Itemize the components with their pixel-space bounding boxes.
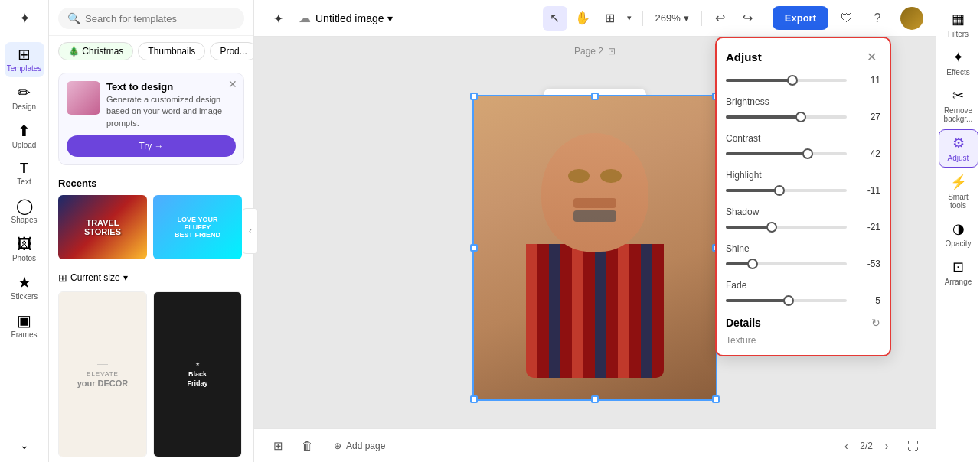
details-refresh-button[interactable]: ↻ xyxy=(871,317,880,329)
slider-thumb-highlight[interactable] xyxy=(774,185,785,196)
adjust-title: Adjust xyxy=(726,50,762,63)
sidebar-item-text[interactable]: T Text xyxy=(5,157,44,190)
texture-label: Texture xyxy=(726,335,880,346)
text-icon: T xyxy=(20,161,28,175)
svg-text:✦: ✦ xyxy=(18,11,30,26)
current-size-section[interactable]: ⊞ Current size ▾ xyxy=(49,265,253,287)
slider-group-shadow: Shadow -21 xyxy=(726,207,880,233)
promo-card-close[interactable]: ✕ xyxy=(228,78,237,90)
slider-fill-contrast xyxy=(726,152,808,155)
page-options-icon[interactable]: ⊡ xyxy=(608,46,616,57)
tag-thumbnails-label: Thumbnails xyxy=(148,46,195,57)
undo-button[interactable]: ↩ xyxy=(708,6,733,31)
recent-thumb-dog[interactable]: LOVE YOURFLUFFYBEST FRIEND xyxy=(153,195,242,259)
user-avatar[interactable] xyxy=(900,7,923,30)
svg-text:✦: ✦ xyxy=(273,12,283,25)
handle-middle-left[interactable] xyxy=(470,244,478,252)
zoom-button[interactable]: 269% ▾ xyxy=(649,9,695,27)
top-toolbar: ✦ ☁ Untitled image ▾ ↖ ✋ ⊞ ▾ 269% ▾ ↩ xyxy=(254,0,936,37)
slider-track-contrast[interactable] xyxy=(726,152,847,155)
toolbar-logo: ✦ xyxy=(266,7,289,30)
sidebar-item-design[interactable]: ✏ Design xyxy=(5,80,44,116)
page-prev-button[interactable]: ‹ xyxy=(837,437,855,455)
slider-thumb-shadow[interactable] xyxy=(766,222,777,233)
slider-thumb-brightness[interactable] xyxy=(795,112,806,122)
add-page-button[interactable]: ⊕ Add page xyxy=(325,437,394,455)
app-logo[interactable]: ✦ xyxy=(12,6,37,33)
slider-thumb-shine[interactable] xyxy=(747,259,758,269)
frame-tool-button[interactable]: ⊞ xyxy=(598,6,622,31)
sidebar-item-photos[interactable]: 🖼 Photos xyxy=(5,232,44,267)
handle-bottom-left[interactable] xyxy=(470,395,478,403)
slider-track-brightness[interactable] xyxy=(726,116,847,119)
recent-thumb-travel[interactable]: TRAVELSTORIES xyxy=(58,195,147,259)
sidebar-item-templates-label: Templates xyxy=(7,64,42,73)
face-head xyxy=(541,133,648,252)
cloud-icon: ☁ xyxy=(299,11,311,25)
promo-card-header: Text to design Generate a customized des… xyxy=(67,81,236,129)
slider-track-highlight[interactable] xyxy=(726,189,847,192)
select-tool-button[interactable]: ↖ xyxy=(543,6,567,31)
sidebar-item-shapes[interactable]: ◯ Shapes xyxy=(5,194,44,229)
help-button[interactable]: ? xyxy=(865,6,890,31)
adjust-panel: Adjust ✕ 11 Brightness 27 xyxy=(715,37,891,356)
slider-value-0: 11 xyxy=(853,75,880,86)
panel-collapse-button[interactable]: ‹ xyxy=(243,208,258,254)
template-card-blackfriday[interactable]: ★ BlackFriday xyxy=(153,291,242,457)
tag-christmas[interactable]: 🎄 Christmas xyxy=(58,42,133,60)
sidebar-item-frames-label: Frames xyxy=(11,330,38,339)
shield-button[interactable]: 🛡 xyxy=(835,6,859,31)
effects-icon: ✦ xyxy=(952,49,964,66)
slider-value-shine: -53 xyxy=(853,259,880,269)
fullscreen-button[interactable]: ⛶ xyxy=(902,435,923,457)
slider-group-highlight: Highlight -11 xyxy=(726,170,880,196)
doc-title[interactable]: Untitled image ▾ xyxy=(315,12,393,24)
sidebar-item-stickers[interactable]: ★ Stickers xyxy=(5,270,44,305)
right-panel-effects[interactable]: ✦ Effects xyxy=(939,44,978,81)
sidebar-item-templates[interactable]: ⊞ Templates xyxy=(5,42,44,77)
sidebar-item-frames[interactable]: ▣ Frames xyxy=(5,308,44,343)
right-panel-arrange[interactable]: ⊡ Arrange xyxy=(939,254,978,291)
handle-bottom-center[interactable] xyxy=(591,395,599,403)
tag-thumbnails[interactable]: Thumbnails xyxy=(138,42,205,60)
opacity-label: Opacity xyxy=(946,239,972,248)
redo-button[interactable]: ↪ xyxy=(736,6,760,31)
template-blackfriday-inner: ★ BlackFriday xyxy=(154,292,241,457)
handle-bottom-right[interactable] xyxy=(712,395,720,403)
template-card-elevate[interactable]: —— ELEVATE your DECOR xyxy=(58,291,147,457)
slider-thumb-contrast[interactable] xyxy=(802,148,813,159)
canvas-image[interactable] xyxy=(472,95,717,401)
frame-dropdown-button[interactable]: ▾ xyxy=(622,6,636,31)
handle-top-center[interactable] xyxy=(591,93,599,100)
zoom-level: 269% xyxy=(655,12,681,24)
slider-track-shine[interactable] xyxy=(726,262,847,265)
slider-thumb-fade[interactable] xyxy=(783,295,794,306)
tag-prod[interactable]: Prod... xyxy=(210,42,253,60)
page-next-button[interactable]: › xyxy=(877,437,896,455)
adjust-close-button[interactable]: ✕ xyxy=(862,47,880,66)
hand-tool-button[interactable]: ✋ xyxy=(570,6,595,31)
right-panel-remove-bg[interactable]: ✂ Remove backgr... xyxy=(939,83,978,128)
slider-group-contrast: Contrast 42 xyxy=(726,133,880,159)
person-figure xyxy=(526,118,664,378)
recents-title: Recents xyxy=(58,177,244,189)
templates-grid: —— ELEVATE your DECOR ★ BlackFriday xyxy=(49,287,253,462)
slider-thumb-0[interactable] xyxy=(787,75,798,86)
sidebar-collapse-btn[interactable]: ⌄ xyxy=(5,434,44,456)
slider-track-0[interactable] xyxy=(726,79,847,82)
right-panel-filters[interactable]: ▦ Filters xyxy=(939,6,978,43)
layout-button[interactable]: ⊞ xyxy=(266,434,289,457)
slider-track-fade[interactable] xyxy=(726,299,847,302)
right-panel-opacity[interactable]: ◑ Opacity xyxy=(939,216,978,252)
sidebar-item-upload[interactable]: ⬆ Upload xyxy=(5,119,44,154)
search-input-wrap[interactable]: 🔍 xyxy=(58,8,244,29)
handle-top-left[interactable] xyxy=(470,93,478,100)
slider-track-shadow[interactable] xyxy=(726,226,847,229)
right-panel-smart-tools[interactable]: ⚡ Smart tools xyxy=(939,169,978,214)
delete-button[interactable]: 🗑 xyxy=(296,434,318,457)
search-input[interactable] xyxy=(85,13,235,24)
right-panel-adjust[interactable]: ⚙ Adjust xyxy=(939,129,978,168)
effects-label: Effects xyxy=(946,68,969,76)
export-button[interactable]: Export xyxy=(773,6,828,30)
promo-try-button[interactable]: Try → xyxy=(67,135,236,157)
